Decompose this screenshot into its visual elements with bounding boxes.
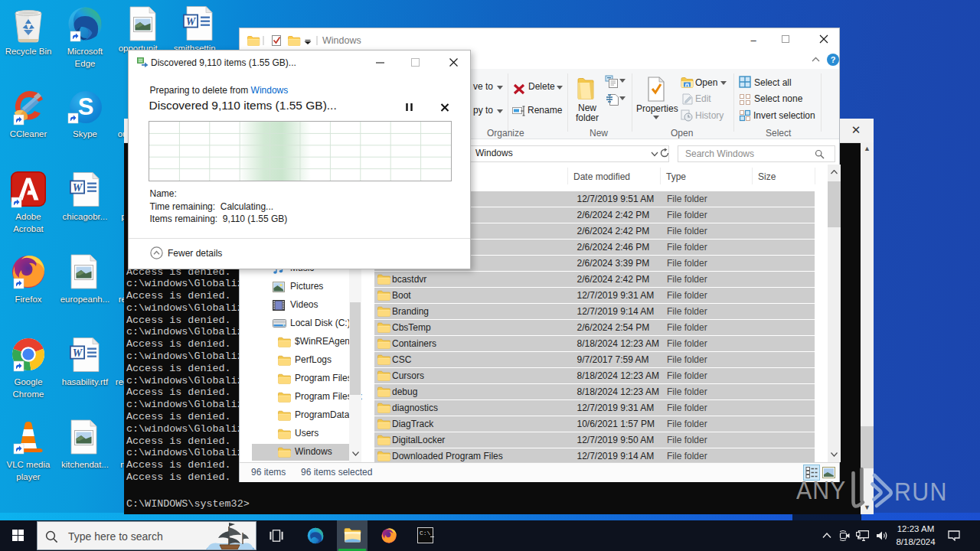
svg-text:S: S: [78, 93, 94, 120]
